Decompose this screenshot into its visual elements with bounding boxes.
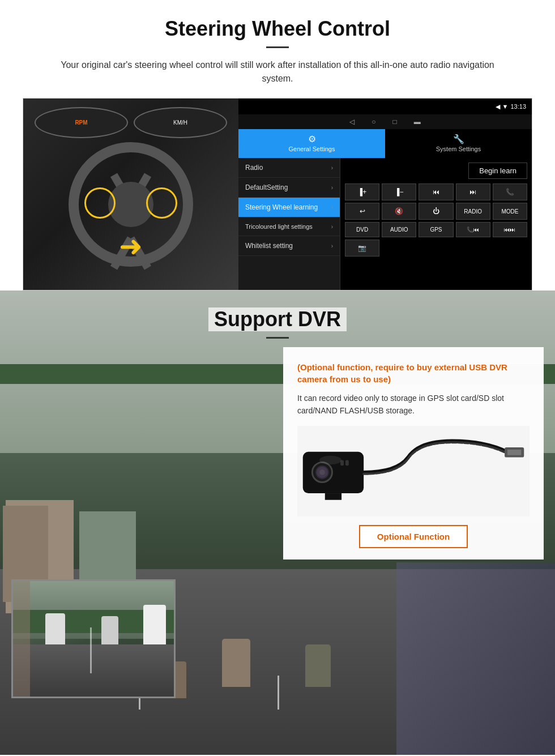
arrow-icon: ➜: [80, 230, 182, 263]
settings-right-panel: Begin learn ▐+ ▐− ⏮ ⏭ 📞 ↩ 🔇 ⏻ RADIO MODE: [340, 158, 532, 290]
svg-rect-4: [325, 493, 341, 500]
android-statusbar: ◀ ▼ 13:13: [238, 99, 532, 114]
dvr-info-card: (Optional function, require to buy exter…: [283, 347, 544, 559]
title-divider: [266, 46, 289, 48]
whitelist-label: Whitelist setting: [245, 242, 293, 250]
wifi-icon: ▼: [502, 103, 509, 110]
steering-photo: RPM KM/H ➜: [23, 99, 238, 291]
dvd-button[interactable]: DVD: [345, 222, 379, 237]
radio-label: Radio: [245, 164, 263, 172]
arrow-icon: ›: [331, 224, 333, 230]
tab-general-settings[interactable]: ⚙ General Settings: [238, 129, 385, 158]
arrow-icon: ›: [331, 243, 333, 249]
prev-track-button[interactable]: ⏮: [419, 183, 453, 200]
begin-learn-row: Begin learn: [345, 163, 527, 179]
section-subtitle: Your original car's steering wheel contr…: [45, 58, 510, 86]
vol-up-button[interactable]: ▐+: [345, 183, 379, 200]
menu-nav-btn[interactable]: ▬: [414, 118, 421, 126]
control-buttons-grid: ▐+ ▐− ⏮ ⏭ 📞 ↩ 🔇 ⏻ RADIO MODE DVD AUDIO G…: [345, 183, 527, 257]
begin-learn-button[interactable]: Begin learn: [468, 163, 527, 179]
gear-icon: ⚙: [244, 134, 379, 144]
steering-section: Steering Wheel Control Your original car…: [0, 0, 555, 291]
time-display: 13:13: [510, 103, 526, 110]
arrow-icon: ›: [331, 204, 333, 211]
steering-label: Steering Wheel learning: [245, 203, 318, 211]
default-label: DefaultSetting: [245, 183, 288, 191]
settings-menu: Radio › DefaultSetting › Steering Wheel …: [238, 158, 340, 290]
dvr-screenshot-preview: [11, 579, 176, 698]
tab-system-settings[interactable]: 🔧 System Settings: [385, 129, 532, 158]
next-track-button[interactable]: ⏭: [456, 183, 490, 200]
dvr-camera-svg: [297, 429, 530, 514]
svg-point-10: [315, 465, 328, 479]
back-nav-btn[interactable]: ◁: [349, 118, 355, 126]
location-icon: ◀: [496, 103, 500, 110]
dvr-header: Support DVR: [0, 291, 555, 347]
menu-item-radio[interactable]: Radio ›: [238, 158, 340, 178]
page-title: Steering Wheel Control: [23, 17, 532, 41]
settings-content: Radio › DefaultSetting › Steering Wheel …: [238, 158, 532, 290]
menu-item-whitelist[interactable]: Whitelist setting ›: [238, 236, 340, 256]
general-settings-label: General Settings: [289, 146, 335, 152]
dvr-title: Support DVR: [208, 307, 347, 331]
audio-button[interactable]: AUDIO: [382, 222, 416, 237]
optional-function-button[interactable]: Optional Function: [359, 525, 468, 548]
settings-tabs: ⚙ General Settings 🔧 System Settings: [238, 129, 532, 158]
svg-rect-6: [345, 460, 349, 465]
recents-nav-btn[interactable]: □: [393, 118, 397, 126]
optional-function-row: Optional Function: [297, 525, 530, 548]
dvr-section: Support DVR (Optional function, require …: [0, 291, 555, 755]
home-nav-btn[interactable]: ○: [372, 118, 375, 126]
mode-button[interactable]: MODE: [493, 203, 527, 220]
statusbar-icons: ◀ ▼ 13:13: [496, 103, 526, 110]
power-button[interactable]: ⏻: [419, 203, 453, 220]
dvr-card-body: It can record video only to storage in G…: [297, 392, 530, 417]
arrow-icon: ›: [331, 185, 333, 191]
highlight-circle-left: [84, 187, 116, 219]
svg-point-9: [319, 455, 341, 464]
radio-button[interactable]: RADIO: [456, 203, 490, 220]
steering-demo-area: RPM KM/H ➜: [23, 98, 532, 291]
android-ui-panel: ◀ ▼ 13:13 ◁ ○ □ ▬ ⚙ General Settings �: [238, 99, 532, 290]
system-settings-label: System Settings: [436, 146, 481, 152]
dvr-card-title: (Optional function, require to buy exter…: [297, 361, 530, 385]
tricolour-label: Tricoloured light settings: [245, 223, 313, 230]
dvr-camera-illustration: [297, 426, 530, 516]
back-button[interactable]: ↩: [345, 203, 379, 220]
system-icon: 🔧: [391, 134, 526, 144]
menu-item-default[interactable]: DefaultSetting ›: [238, 178, 340, 198]
skip-button[interactable]: ⏮⏭: [493, 222, 527, 237]
vol-down-button[interactable]: ▐−: [382, 183, 416, 200]
menu-item-steering[interactable]: Steering Wheel learning ›: [238, 198, 340, 217]
mute-button[interactable]: 🔇: [382, 203, 416, 220]
gps-button[interactable]: GPS: [419, 222, 453, 237]
menu-item-tricolour[interactable]: Tricoloured light settings ›: [238, 217, 340, 236]
phone-prev-button[interactable]: 📞⏮: [456, 222, 490, 237]
svg-rect-8: [507, 450, 521, 455]
dvr-divider: [266, 337, 289, 339]
camera-button[interactable]: 📷: [345, 240, 379, 257]
highlight-circle-right: [146, 187, 177, 219]
arrow-icon: ›: [331, 165, 333, 171]
phone-button[interactable]: 📞: [493, 183, 527, 200]
android-nav-bar: ◁ ○ □ ▬: [238, 114, 532, 129]
